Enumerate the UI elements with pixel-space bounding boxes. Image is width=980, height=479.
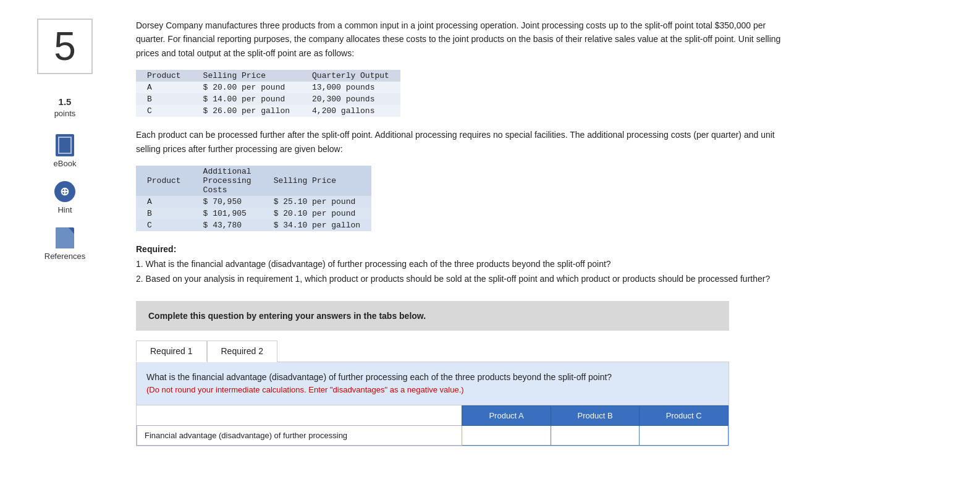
t1r3-output: 4,200 gallons (301, 105, 400, 117)
answer-row-label: Financial advantage (disadvantage) of fu… (137, 425, 462, 445)
table-row: B $ 101,905 $ 20.10 per pound (136, 208, 371, 219)
sidebar-tools: eBook ⊕ Hint References (44, 134, 85, 261)
answer-input-product-c-cell[interactable] (640, 425, 729, 445)
table-row: A $ 20.00 per pound 13,000 pounds (136, 82, 400, 93)
tab-instruction-block: What is the financial advantage (disadva… (137, 362, 729, 405)
tab-required-2[interactable]: Required 2 (207, 341, 278, 362)
references-label: References (44, 252, 85, 261)
t1r2-price: $ 14.00 per pound (192, 93, 301, 105)
hint-icon-wrapper: ⊕ (54, 180, 76, 203)
t2r2-price: $ 20.10 per pound (263, 208, 371, 219)
answer-header-product-a: Product A (462, 405, 551, 425)
products-table-2: Product Additional Processing Costs Sell… (136, 166, 371, 231)
ebook-tool[interactable]: eBook (54, 134, 77, 168)
tabs-row: Required 1 Required 2 (136, 341, 729, 362)
t2r1-price: $ 25.10 per pound (263, 196, 371, 208)
hint-label: Hint (57, 205, 72, 214)
required-item-2: 2. Based on your analysis in requirement… (136, 272, 785, 287)
t1r3-product: C (136, 105, 192, 117)
table-row: B $ 14.00 per pound 20,300 pounds (136, 93, 400, 105)
tab-required-1-label: Required 1 (150, 346, 193, 356)
references-icon (56, 227, 74, 248)
points-text: points (54, 108, 76, 119)
table1-header-quarterly-output: Quarterly Output (301, 70, 400, 82)
points-display: 1.5 points (54, 95, 76, 119)
t2r3-costs: $ 43,780 (192, 219, 263, 231)
t1r1-product: A (136, 82, 192, 93)
ebook-label: eBook (54, 159, 77, 168)
table-row: A $ 70,950 $ 25.10 per pound (136, 196, 371, 208)
t2r3-price: $ 34.10 per gallon (263, 219, 371, 231)
table1-header-selling-price: Selling Price (192, 70, 301, 82)
required-item-1: 1. What is the financial advantage (disa… (136, 257, 785, 272)
t1r2-output: 20,300 pounds (301, 93, 400, 105)
ebook-icon-wrapper (54, 134, 76, 156)
answer-table-empty-header (137, 405, 462, 425)
tab-required-1[interactable]: Required 1 (136, 341, 207, 362)
complete-instruction-box: Complete this question by entering your … (136, 301, 729, 331)
answer-header-product-c: Product C (640, 405, 729, 425)
tab-instruction-text: What is the financial advantage (disadva… (146, 371, 719, 384)
table-row: C $ 26.00 per gallon 4,200 gallons (136, 105, 400, 117)
required-label: Required: (136, 242, 785, 257)
intro-paragraph: Dorsey Company manufactures three produc… (136, 19, 785, 60)
t1r1-price: $ 20.00 per pound (192, 82, 301, 93)
answer-input-product-b[interactable] (555, 431, 636, 440)
table-row: C $ 43,780 $ 34.10 per gallon (136, 219, 371, 231)
t1r3-price: $ 26.00 per gallon (192, 105, 301, 117)
t2r3-product: C (136, 219, 192, 231)
required-section: Required: 1. What is the financial advan… (136, 242, 785, 286)
question-number-box: 5 (37, 19, 93, 74)
t2r2-costs: $ 101,905 (192, 208, 263, 219)
references-icon-wrapper (54, 227, 76, 249)
tab-instruction-note: (Do not round your intermediate calculat… (146, 384, 719, 396)
question-number: 5 (54, 23, 76, 69)
hint-icon: ⊕ (54, 181, 75, 202)
references-tool[interactable]: References (44, 227, 85, 261)
t2r2-product: B (136, 208, 192, 219)
table-row: Financial advantage (disadvantage) of fu… (137, 425, 729, 445)
table2-header-selling-price: Selling Price (263, 166, 371, 196)
answer-input-product-c[interactable] (643, 431, 724, 440)
tab-content-area: What is the financial advantage (disadva… (136, 362, 729, 446)
answer-input-product-b-cell[interactable] (551, 425, 640, 445)
answer-input-product-a-cell[interactable] (462, 425, 551, 445)
answer-input-product-a[interactable] (466, 431, 547, 440)
answer-header-product-b: Product B (551, 405, 640, 425)
t1r2-product: B (136, 93, 192, 105)
table2-header-product: Product (136, 166, 192, 196)
table2-header-additional-costs: Additional Processing Costs (192, 166, 263, 196)
t1r1-output: 13,000 pounds (301, 82, 400, 93)
products-table-1: Product Selling Price Quarterly Output A… (136, 70, 400, 117)
complete-instruction-text: Complete this question by entering your … (148, 311, 426, 321)
points-value: 1.5 (54, 95, 76, 108)
t2r1-product: A (136, 196, 192, 208)
answer-table: Product A Product B Product C Financial … (137, 405, 729, 446)
main-content: Dorsey Company manufactures three produc… (130, 12, 980, 467)
tab-required-2-label: Required 2 (221, 346, 264, 356)
sidebar: 5 1.5 points eBook ⊕ Hint (0, 12, 130, 467)
hint-tool[interactable]: ⊕ Hint (54, 180, 76, 214)
ebook-icon (56, 134, 74, 156)
section2-text: Each product can be processed further af… (136, 128, 785, 156)
table1-header-product: Product (136, 70, 192, 82)
t2r1-costs: $ 70,950 (192, 196, 263, 208)
